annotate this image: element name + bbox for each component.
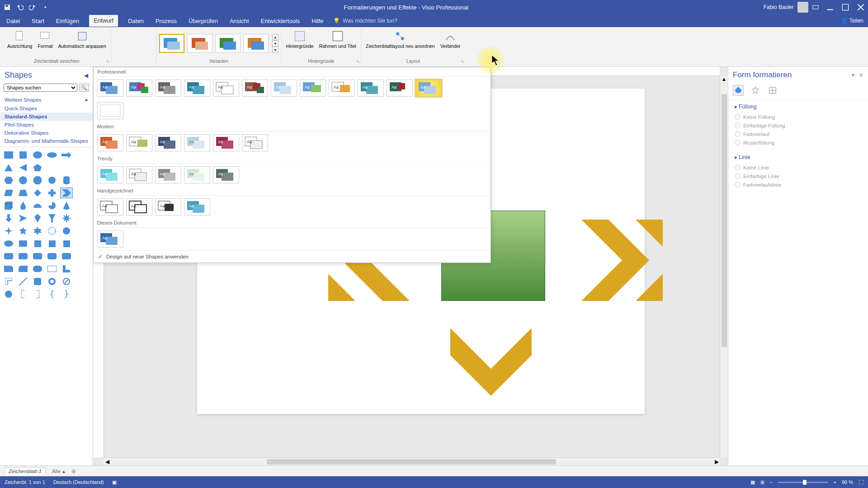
shape-burst[interactable] — [61, 226, 72, 236]
theme-prof-12[interactable]: Aa — [415, 80, 442, 97]
theme-prof-8[interactable]: Aa — [300, 80, 326, 97]
variant-1[interactable] — [159, 34, 184, 53]
theme-hand-2[interactable]: Aa — [126, 198, 152, 216]
theme-trend-1[interactable]: Aa — [97, 166, 123, 183]
shape-roundrect5[interactable] — [61, 251, 72, 261]
shape-triangle[interactable] — [3, 163, 14, 173]
fill-line-tab-icon[interactable] — [733, 85, 744, 96]
shape-arc[interactable] — [32, 201, 43, 211]
theme-mod-6[interactable]: Aa — [242, 134, 268, 151]
shape-ellipse2[interactable] — [3, 239, 14, 249]
ribbon-display-icon[interactable] — [812, 4, 819, 11]
shape-can[interactable] — [61, 175, 72, 185]
shape-heptagon[interactable] — [17, 175, 29, 185]
fill-pattern-option[interactable]: Musterfüllung — [735, 138, 862, 147]
shape-brace-r[interactable] — [61, 289, 72, 299]
variant-2[interactable] — [187, 34, 212, 53]
shape-hexagon[interactable] — [3, 175, 14, 185]
theme-mod-5[interactable]: Aa — [213, 134, 239, 151]
backgrounds-button[interactable]: Hintergründe — [284, 29, 316, 50]
theme-prof-11[interactable]: Aa — [387, 80, 413, 97]
line-solid-option[interactable]: Einfarbige Linie — [735, 172, 862, 180]
minimize-icon[interactable] — [826, 4, 834, 11]
shape-funnel[interactable] — [46, 213, 58, 223]
theme-hand-4[interactable]: Aa — [184, 198, 210, 216]
shape-square3[interactable] — [46, 239, 58, 249]
shape-lshape2[interactable] — [3, 277, 14, 286]
fill-solid-option[interactable]: Einfarbige Füllung — [735, 121, 862, 130]
tellme-input[interactable]: Was möchten Sie tun? — [343, 18, 397, 24]
shape-arrow-down[interactable] — [3, 213, 14, 223]
shape-cube[interactable] — [3, 201, 14, 211]
shape-donut[interactable] — [46, 277, 58, 286]
undo-icon[interactable] — [16, 4, 24, 11]
scrollbar-vertical[interactable]: ▲ — [720, 76, 728, 457]
shape-cross[interactable] — [46, 188, 58, 198]
view-mode-icon[interactable]: ⊞ — [760, 479, 764, 485]
zoom-out-icon[interactable]: − — [770, 479, 773, 485]
theme-prof-6[interactable]: Aa — [242, 80, 268, 97]
shape-pentagon[interactable] — [32, 163, 43, 173]
panel-dropdown-icon[interactable]: ▾ — [852, 72, 854, 78]
line-gradient-option[interactable]: Farbverlaufslinie — [735, 180, 862, 189]
shape-snip1[interactable] — [3, 264, 14, 274]
tab-datei[interactable]: Datei — [5, 16, 22, 26]
shape-ellipse[interactable] — [32, 150, 43, 160]
shape-chevron[interactable] — [61, 188, 72, 198]
theme-hand-3[interactable]: Aa — [155, 198, 181, 216]
tab-einfuegen[interactable]: Einfügen — [54, 16, 81, 26]
shape-octagon[interactable] — [32, 175, 43, 185]
tab-start[interactable]: Start — [30, 16, 46, 26]
shape-roundrect2[interactable] — [17, 251, 29, 261]
shape-lshape[interactable] — [61, 264, 72, 274]
shape-circle[interactable] — [46, 175, 58, 185]
shape-bracket-l[interactable] — [17, 289, 29, 299]
shape-square4[interactable] — [61, 239, 72, 249]
shape-roundrect[interactable] — [3, 251, 14, 261]
scrollbar-horizontal[interactable]: ◀▶ — [104, 457, 720, 465]
maximize-icon[interactable] — [842, 4, 849, 11]
line-none-option[interactable]: Keine Linie — [735, 163, 862, 172]
shape-frame[interactable] — [46, 264, 58, 274]
theme-mod-2[interactable]: Aa — [126, 134, 152, 151]
theme-prof-7[interactable]: Aa — [271, 80, 297, 97]
tab-ueberpruefen[interactable]: Überprüfen — [187, 16, 220, 26]
search-button[interactable]: 🔍 — [79, 84, 89, 92]
theme-prof-5[interactable]: Aa — [213, 80, 239, 97]
shape-pie[interactable] — [46, 201, 58, 211]
variant-4[interactable] — [243, 34, 269, 53]
zoom-level[interactable]: 90 % — [842, 479, 853, 485]
zoom-in-icon[interactable]: + — [833, 479, 836, 485]
chevron-down-shape[interactable] — [450, 328, 532, 409]
cat-standard[interactable]: Standard-Shapes — [0, 113, 93, 121]
autofit-button[interactable]: Automatisch anpassen — [57, 29, 108, 50]
shape-circle2[interactable] — [3, 289, 14, 299]
theme-mod-1[interactable]: Aa — [97, 134, 123, 151]
shape-roundrect4[interactable] — [46, 251, 58, 261]
cat-quick[interactable]: Quick-Shapes — [0, 104, 93, 113]
theme-prof-2[interactable]: Aa — [126, 80, 152, 97]
cat-deco[interactable]: Dekorative Shapes — [0, 129, 93, 137]
panel-close-icon[interactable]: ✕ — [859, 72, 863, 78]
shape-cone[interactable] — [61, 201, 72, 211]
frames-button[interactable]: Rahmen und Titel — [317, 29, 358, 50]
shape-star5[interactable] — [17, 226, 29, 236]
tab-hilfe[interactable]: Hilfe — [310, 16, 325, 26]
size-tab-icon[interactable] — [767, 85, 778, 96]
all-tabs-button[interactable]: Alle ▴ — [52, 468, 65, 474]
collapse-icon[interactable]: ◀ — [84, 72, 88, 79]
shape-callout-tri[interactable] — [17, 213, 29, 223]
theme-trend-5[interactable]: Aa — [213, 166, 239, 183]
shape-rect[interactable] — [3, 150, 14, 160]
share-button[interactable]: 👤 Teilen — [841, 18, 863, 24]
zoom-slider[interactable] — [778, 482, 828, 483]
fit-page-icon[interactable]: ⛶ — [859, 479, 863, 485]
shape-drop[interactable] — [17, 201, 29, 211]
macro-record-icon[interactable]: ▣ — [112, 479, 117, 485]
theme-doc-1[interactable]: Aa — [97, 230, 123, 248]
shape-nosign[interactable] — [61, 277, 72, 286]
tab-daten[interactable]: Daten — [126, 16, 146, 26]
tab-entwurf[interactable]: Entwurf — [89, 15, 118, 27]
bg-launcher-icon[interactable]: ⤡ — [356, 59, 360, 64]
shape-parallelogram[interactable] — [3, 188, 14, 198]
